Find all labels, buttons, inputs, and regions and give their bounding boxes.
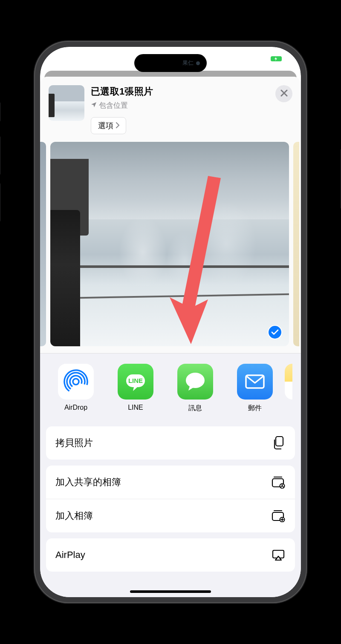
volume-down-button (0, 183, 0, 221)
share-subtitle: 包含位置 (91, 101, 269, 110)
next-photo-peek[interactable] (293, 142, 299, 346)
airdrop-icon (58, 364, 94, 400)
battery-charging-icon (269, 55, 285, 64)
svg-rect-15 (276, 437, 283, 446)
action-add-album[interactable]: 加入相簿 (46, 499, 295, 532)
svg-point-7 (73, 379, 79, 385)
status-time: 17:33 (56, 54, 82, 66)
app-mail[interactable]: 郵件 (225, 364, 285, 413)
mail-icon (237, 364, 273, 400)
chevron-right-icon (116, 121, 120, 130)
header-thumbnail[interactable] (49, 85, 84, 121)
svg-rect-1 (246, 58, 247, 62)
share-header: 已選取1張照片 包含位置 選項 (40, 77, 301, 142)
prev-photo-peek[interactable] (40, 142, 46, 346)
cellular-icon (243, 55, 253, 64)
close-icon (280, 89, 288, 98)
close-button[interactable] (275, 85, 292, 102)
photo-preview-strip[interactable] (40, 142, 301, 354)
action-add-shared-album[interactable]: 加入共享的相簿 (46, 466, 295, 499)
actions-list: 拷貝照片 加入共享的相簿 加入相簿 AirPlay (40, 416, 301, 572)
app-line[interactable]: LINE LINE (106, 364, 165, 413)
svg-rect-3 (251, 56, 252, 62)
mute-switch (0, 102, 0, 121)
volume-up-button (0, 136, 0, 175)
share-sheet: 已選取1張照片 包含位置 選項 (40, 77, 301, 597)
island-dot-icon (196, 61, 200, 65)
notes-icon (285, 364, 292, 400)
selected-photo[interactable] (50, 142, 289, 346)
svg-point-18 (281, 484, 283, 486)
location-icon (91, 101, 97, 110)
dynamic-island: 果仁 (134, 54, 207, 72)
action-airplay[interactable]: AirPlay (46, 538, 295, 572)
favorite-icon (59, 327, 70, 339)
copy-icon (271, 436, 286, 450)
svg-rect-2 (248, 57, 250, 62)
svg-point-13 (186, 373, 205, 388)
line-icon: LINE (118, 364, 153, 400)
airplay-icon (271, 548, 286, 562)
svg-rect-6 (283, 58, 285, 60)
svg-rect-0 (243, 60, 245, 62)
share-apps-row[interactable]: AirDrop LINE LINE 訊息 郵件 (40, 354, 301, 416)
add-album-icon (271, 509, 286, 523)
selected-check-icon[interactable] (268, 325, 282, 339)
shared-album-icon (271, 475, 286, 489)
phone-frame: 17:33 果仁 已選取1張照片 包含位置 (34, 41, 307, 603)
wifi-icon (257, 55, 266, 64)
home-indicator[interactable] (130, 590, 211, 593)
app-notes-peek[interactable] (285, 364, 292, 413)
svg-text:LINE: LINE (128, 377, 143, 384)
options-button[interactable]: 選項 (91, 117, 126, 134)
action-copy-photo[interactable]: 拷貝照片 (46, 426, 295, 460)
share-title: 已選取1張照片 (91, 85, 269, 98)
messages-icon (177, 364, 213, 400)
app-messages[interactable]: 訊息 (165, 364, 225, 413)
app-airdrop[interactable]: AirDrop (46, 364, 106, 413)
